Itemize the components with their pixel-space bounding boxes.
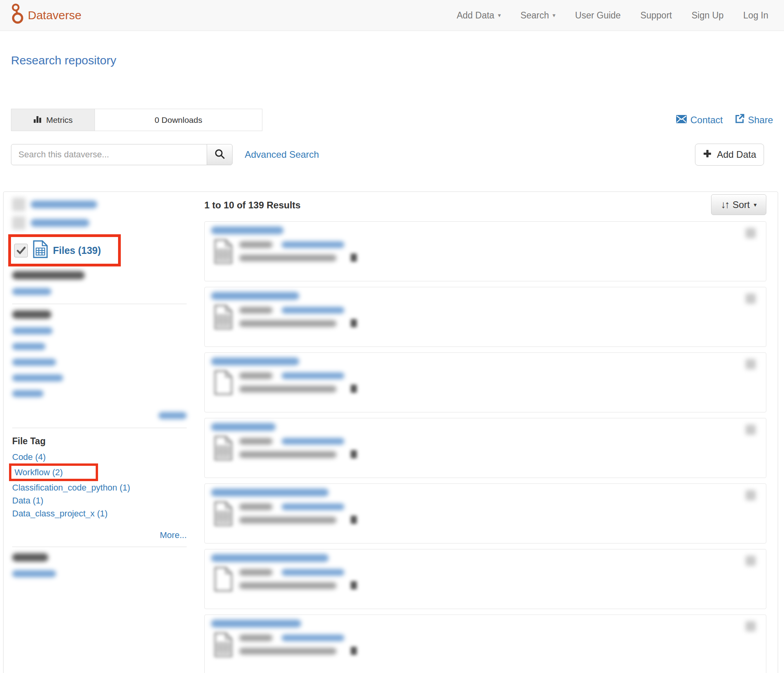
blurred-card-checkbox[interactable] [746, 425, 756, 435]
blurred-facet-link-row[interactable] [12, 569, 198, 580]
nav-item-label: Support [640, 10, 672, 21]
plain-file-icon[interactable] [214, 567, 233, 593]
tabular-file-icon[interactable] [214, 436, 233, 462]
search-icon [215, 149, 225, 161]
blurred-facet-dataverses[interactable] [12, 197, 198, 212]
contact-link[interactable]: Contact [676, 114, 723, 126]
blurred-checkbox[interactable] [12, 216, 25, 230]
blurred-file-title-link[interactable] [211, 357, 299, 365]
blurred-facet-link[interactable] [12, 343, 45, 350]
nav-item-log-in[interactable]: Log In [743, 10, 768, 21]
contact-label: Contact [690, 115, 723, 126]
plain-file-icon[interactable] [214, 370, 233, 397]
blurred-download-icon[interactable] [351, 516, 357, 524]
tabular-file-icon[interactable] [214, 632, 233, 659]
blurred-facet-link[interactable] [31, 219, 89, 227]
files-facet-highlight-box: Files (139) [8, 234, 121, 266]
blurred-file-metadata-text [239, 582, 337, 589]
blurred-facet-link[interactable] [12, 288, 51, 295]
file-tag-link[interactable]: Data (1) [12, 494, 198, 507]
blurred-file-title-link[interactable] [211, 292, 299, 300]
file-tag-link[interactable]: Workflow (2) [15, 466, 63, 479]
files-facet-label[interactable]: Files (139) [53, 245, 101, 256]
blurred-facet-link[interactable] [12, 374, 63, 381]
blurred-file-title-link[interactable] [211, 423, 276, 431]
file-tag-list: Code (4)Workflow (2)Classification_code_… [12, 450, 198, 520]
blurred-card-checkbox[interactable] [746, 228, 756, 238]
blurred-download-icon[interactable] [351, 319, 357, 327]
blurred-dataset-link[interactable] [282, 635, 344, 641]
blurred-file-title-link[interactable] [211, 620, 301, 627]
blurred-card-checkbox[interactable] [746, 621, 756, 631]
dataverse-brand[interactable]: Dataverse [10, 4, 82, 27]
blurred-file-title-link[interactable] [211, 226, 284, 234]
blurred-facet-link[interactable] [12, 570, 56, 577]
result-card [204, 615, 766, 673]
blurred-facet-link[interactable] [12, 327, 53, 334]
blurred-file-metadata-text [239, 255, 337, 261]
file-tag-link[interactable]: Code (4) [12, 450, 198, 463]
blurred-dataset-link[interactable] [282, 569, 344, 576]
tabular-file-icon [33, 240, 48, 261]
tabular-file-icon[interactable] [214, 305, 233, 331]
blurred-download-icon[interactable] [351, 254, 357, 262]
blurred-facet-link-row[interactable] [12, 358, 198, 368]
result-card [204, 483, 766, 544]
results-count: 1 to 10 of 139 Results [204, 200, 300, 211]
blurred-facet-link[interactable] [31, 201, 97, 208]
blurred-dataset-link[interactable] [282, 241, 344, 248]
file-tag-more-link[interactable]: More... [12, 530, 187, 540]
blurred-file-title-link[interactable] [211, 489, 329, 496]
result-card [204, 287, 766, 347]
blurred-dataset-link[interactable] [282, 372, 344, 379]
metrics-tab: Metrics [11, 109, 95, 131]
blurred-card-checkbox[interactable] [746, 556, 756, 566]
chevron-down-icon: ▾ [553, 12, 556, 19]
nav-item-search[interactable]: Search ▾ [520, 10, 555, 21]
blurred-download-icon[interactable] [351, 647, 357, 655]
blurred-download-icon[interactable] [351, 450, 357, 458]
blurred-facet-link-row[interactable] [12, 326, 198, 337]
blurred-file-title-link[interactable] [211, 554, 329, 562]
blurred-facet-link-row[interactable] [12, 389, 198, 399]
blurred-dataset-link[interactable] [282, 307, 344, 314]
blurred-facet-link-row[interactable] [12, 287, 198, 297]
advanced-search-link[interactable]: Advanced Search [245, 149, 319, 160]
search-button[interactable] [207, 144, 233, 165]
blurred-facet-link-row[interactable] [12, 342, 198, 352]
file-tag-link[interactable]: Data_class_project_x (1) [12, 507, 198, 520]
blurred-download-icon[interactable] [351, 385, 357, 393]
blurred-more-link-row[interactable] [12, 411, 187, 421]
brand-label: Dataverse [28, 9, 82, 22]
results-header: 1 to 10 of 139 Results ↓↑ Sort ▾ [204, 194, 766, 215]
sort-button[interactable]: ↓↑ Sort ▾ [711, 194, 766, 215]
blurred-dataset-link[interactable] [282, 438, 344, 445]
blurred-download-icon[interactable] [351, 581, 357, 589]
blurred-checkbox[interactable] [12, 198, 25, 211]
blurred-card-checkbox[interactable] [746, 294, 756, 304]
result-card [204, 352, 766, 412]
add-data-button[interactable]: Add Data [695, 144, 764, 166]
page-title[interactable]: Research repository [11, 54, 116, 67]
files-facet-checkbox[interactable] [14, 244, 28, 257]
file-tag-link[interactable]: Classification_code_python (1) [12, 481, 198, 494]
blurred-more-link[interactable] [158, 412, 187, 419]
blurred-facet-link[interactable] [12, 359, 56, 366]
nav-item-sign-up[interactable]: Sign Up [691, 10, 724, 21]
tabular-file-icon[interactable] [214, 501, 233, 528]
blurred-facet-link[interactable] [12, 390, 44, 397]
nav-item-support[interactable]: Support [640, 10, 672, 21]
blurred-card-checkbox[interactable] [746, 359, 756, 369]
share-link[interactable]: Share [735, 114, 773, 126]
top-navbar: Dataverse Add Data ▾ Search ▾ User Guide… [0, 0, 784, 31]
search-input[interactable] [11, 144, 207, 165]
nav-item-user-guide[interactable]: User Guide [575, 10, 620, 21]
tabular-file-icon[interactable] [214, 239, 233, 266]
blurred-facet-link-row[interactable] [12, 374, 198, 384]
add-data-label: Add Data [717, 149, 756, 160]
blurred-section-header-access [12, 553, 198, 564]
blurred-facet-datasets[interactable] [12, 216, 198, 230]
nav-item-add-data[interactable]: Add Data ▾ [457, 10, 500, 21]
blurred-card-checkbox[interactable] [746, 490, 756, 500]
blurred-dataset-link[interactable] [282, 503, 344, 510]
